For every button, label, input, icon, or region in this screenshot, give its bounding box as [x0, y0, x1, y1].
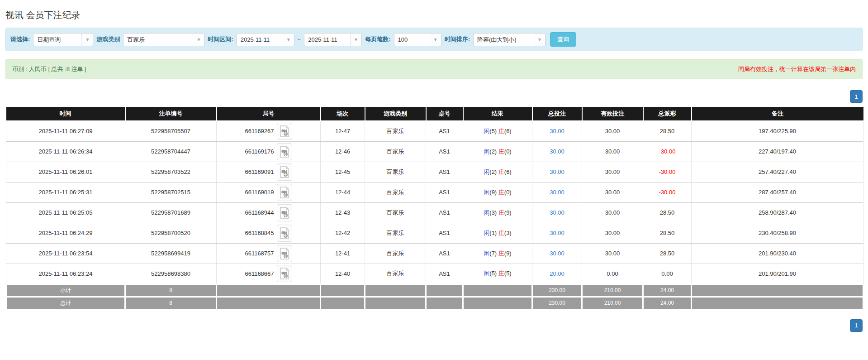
date-to-value: 2025-11-11: [304, 34, 350, 46]
cell-session: 12-44: [321, 182, 365, 202]
total-bet-link[interactable]: 30.00: [550, 250, 564, 257]
cell-result: 闲(5) 庄(6): [463, 121, 532, 141]
sort-order-select[interactable]: 降幂(由大到小) ▼: [473, 33, 545, 46]
result-player-label: 闲: [484, 209, 489, 216]
cell-game-type: 百家乐: [365, 182, 426, 202]
summary-payout: 24.00: [643, 297, 692, 309]
cell-remark: 201.90/230.40: [692, 243, 863, 264]
pagination-top: 1: [5, 90, 863, 103]
header-round-id: 局号: [217, 107, 321, 121]
video-replay-icon: [280, 187, 289, 198]
cell-time: 2025-11-11 06:23:54: [6, 243, 125, 264]
total-bet-link[interactable]: 30.00: [550, 168, 564, 175]
header-total-bet: 总投注: [532, 107, 582, 121]
round-id-text: 661168757: [245, 250, 274, 257]
cell-payout: 28.50: [643, 121, 692, 141]
chevron-down-icon[interactable]: ▼: [350, 34, 361, 46]
date-to-select[interactable]: 2025-11-11 ▼: [304, 33, 362, 46]
cell-round-id: 661169176: [217, 141, 321, 162]
cell-total-bet: 30.00: [532, 141, 582, 162]
cell-bet-id: 522958705507: [125, 121, 217, 141]
game-type-select[interactable]: 百家乐 ▼: [123, 33, 204, 46]
cell-session: 12-40: [321, 264, 365, 284]
cell-result: 闲(7) 庄(9): [463, 243, 532, 264]
video-replay-icon: [280, 207, 289, 219]
cell-session: 12-42: [321, 223, 365, 243]
page-button-1[interactable]: 1: [850, 319, 863, 332]
chevron-down-icon[interactable]: ▼: [283, 34, 294, 46]
cell-round-id: 661169019: [217, 182, 321, 202]
cell-result: 闲(2) 庄(0): [463, 141, 532, 162]
cell-time: 2025-11-11 06:26:34: [6, 141, 125, 162]
video-replay-button[interactable]: [277, 184, 292, 201]
date-from-select[interactable]: 2025-11-11 ▼: [237, 33, 294, 46]
header-result: 结果: [463, 107, 532, 121]
result-player-label: 闲: [484, 250, 489, 257]
pagination-bottom: 1: [5, 319, 863, 332]
cell-total-bet: 30.00: [532, 243, 582, 264]
total-bet-link[interactable]: 30.00: [550, 230, 564, 236]
cell-round-id: 661168944: [217, 202, 321, 223]
video-replay-icon: [280, 166, 289, 178]
video-replay-button[interactable]: [277, 225, 292, 242]
chevron-down-icon[interactable]: ▼: [81, 34, 93, 46]
total-bet-link[interactable]: 30.00: [550, 128, 564, 134]
header-time: 时间: [6, 107, 125, 121]
round-id-text: 661169176: [245, 148, 274, 155]
cell-result: 闲(2) 庄(6): [463, 162, 532, 182]
cell-game-type: 百家乐: [365, 264, 426, 284]
game-type-label: 游戏类别: [96, 35, 120, 43]
header-remark: 备注: [692, 107, 863, 121]
time-range-label: 时间区间:: [208, 35, 233, 43]
video-replay-button[interactable]: [277, 143, 292, 160]
cell-valid-bet: 30.00: [582, 121, 643, 141]
video-replay-button[interactable]: [277, 163, 292, 181]
cell-round-id: 661168757: [217, 243, 321, 264]
cell-payout: 28.50: [643, 223, 692, 243]
cell-table-no: AS1: [426, 264, 463, 284]
chevron-down-icon[interactable]: ▼: [430, 34, 441, 46]
result-banker-score: (0): [504, 148, 512, 155]
summary-total-bet: 230.00: [532, 297, 582, 309]
result-player-label: 闲: [484, 189, 489, 196]
chevron-down-icon[interactable]: ▼: [193, 34, 204, 46]
cell-result: 闲(9) 庄(0): [463, 182, 532, 202]
query-type-select[interactable]: 日期查询 ▼: [33, 33, 93, 46]
result-player-label: 闲: [484, 270, 489, 277]
video-replay-button[interactable]: [277, 245, 292, 262]
total-bet-link[interactable]: 30.00: [550, 189, 564, 196]
page-size-label: 每页笔数:: [365, 35, 390, 43]
cell-total-bet: 30.00: [532, 202, 582, 223]
video-replay-button[interactable]: [277, 123, 292, 140]
cell-table-no: AS1: [426, 202, 463, 223]
result-banker-label: 庄: [498, 168, 504, 175]
currency-total-text: 币别 : 人民币 | 总共 :8 注单 |: [12, 65, 86, 73]
summary-row: 总计 8 230.00 210.00 24.00: [6, 297, 863, 309]
cell-game-type: 百家乐: [365, 243, 426, 264]
page-button-1[interactable]: 1: [850, 90, 863, 103]
cell-total-bet: 30.00: [532, 121, 582, 141]
cell-remark: 197.40/225.90: [692, 121, 863, 141]
page-title: 视讯 会员下注纪录: [5, 9, 863, 21]
summary-total-bet: 230.00: [532, 284, 582, 297]
cell-result: 闲(1) 庄(3): [463, 223, 532, 243]
video-replay-icon: [280, 146, 289, 158]
result-player-score: (3): [489, 209, 497, 216]
cell-valid-bet: 30.00: [582, 223, 643, 243]
chevron-down-icon[interactable]: ▼: [534, 34, 545, 46]
page-size-select[interactable]: 100 ▼: [394, 33, 441, 46]
video-replay-icon: [280, 268, 289, 279]
total-bet-link[interactable]: 30.00: [550, 209, 564, 216]
header-table-no: 桌号: [426, 107, 463, 121]
result-banker-score: (3): [504, 230, 512, 236]
search-button[interactable]: 查询: [550, 32, 576, 47]
table-row: 2025-11-11 06:25:31 522958702515 6611690…: [6, 182, 863, 202]
video-replay-button[interactable]: [277, 265, 292, 282]
total-bet-link[interactable]: 20.00: [550, 270, 564, 277]
round-id-text: 661168944: [245, 209, 274, 216]
video-replay-button[interactable]: [277, 204, 292, 221]
cell-table-no: AS1: [426, 243, 463, 264]
result-player-label: 闲: [484, 148, 489, 155]
total-bet-link[interactable]: 30.00: [550, 148, 564, 155]
cell-bet-id: 522958702515: [125, 182, 217, 202]
